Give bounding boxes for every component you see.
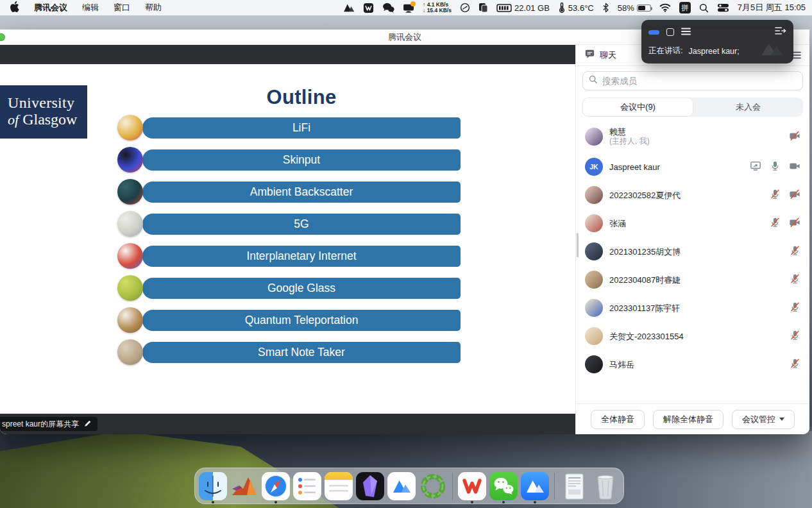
tencent-meeting-status-icon[interactable] xyxy=(343,3,355,12)
mic-off-icon[interactable] xyxy=(790,330,800,343)
memory-usage[interactable]: 22.01 GB xyxy=(496,3,550,13)
camera-off-icon[interactable] xyxy=(789,217,800,230)
member-row[interactable]: 2023301137陈宇轩 xyxy=(576,294,809,322)
spotlight-icon[interactable] xyxy=(699,3,709,13)
dock-item-notes[interactable] xyxy=(325,472,353,500)
member-name: 2022302582夏伊代 xyxy=(609,190,681,200)
member-name: 赖慧 xyxy=(609,127,650,137)
mic-off-icon[interactable] xyxy=(770,217,781,230)
menu-help[interactable]: 帮助 xyxy=(145,2,162,13)
skinput-thumbnail xyxy=(117,147,143,173)
running-indicator-dot xyxy=(275,501,277,504)
member-row[interactable]: 关贺文-2023301554 xyxy=(576,322,809,350)
mic-off-icon[interactable] xyxy=(790,245,800,258)
dock-item-safari[interactable] xyxy=(262,472,290,500)
input-method-badge[interactable]: 拼 xyxy=(679,2,691,13)
running-indicator-dot xyxy=(502,501,505,504)
traffic-light-green[interactable] xyxy=(0,33,5,41)
meeting-logo-watermark xyxy=(760,41,784,59)
member-row[interactable]: 马炜岳 xyxy=(576,350,809,378)
slide-outline-item: LiFi xyxy=(142,117,461,139)
dock-item-green-ring[interactable] xyxy=(419,472,447,500)
camera-on-icon[interactable] xyxy=(789,160,800,174)
avatar: JK xyxy=(585,158,603,176)
dock-item-matlab[interactable] xyxy=(230,472,258,500)
university-of-glasgow-logo: University of Glasgow xyxy=(0,85,87,139)
speaking-label: 正在讲话: xyxy=(648,46,682,56)
camera-off-icon[interactable] xyxy=(789,189,800,202)
meeting-control-button[interactable]: 会议管控 xyxy=(732,410,795,429)
mic-off-icon[interactable] xyxy=(790,273,800,287)
tab-in-meeting[interactable]: 会议中(9) xyxy=(582,97,693,117)
avatar xyxy=(585,186,603,204)
dock-item-wechat[interactable] xyxy=(489,472,518,500)
dock-item-documents[interactable] xyxy=(560,472,588,500)
unmute-all-button[interactable]: 解除全体静音 xyxy=(653,410,723,429)
member-name: 2021301235胡文博 xyxy=(609,247,681,257)
clipboard-status-icon[interactable] xyxy=(478,3,488,13)
avatar xyxy=(585,214,603,232)
slide-outline-label: 5G xyxy=(294,217,309,231)
tab-not-joined[interactable]: 未入会 xyxy=(693,97,803,117)
button-label: 会议管控 xyxy=(742,414,775,425)
menu-bar-status: ↑ 4.1 KB/s ↓ 15.4 KB/s 22.01 GB 53.6°C 5… xyxy=(343,2,812,14)
dock-item-tencent-meeting-light[interactable] xyxy=(387,472,416,500)
menu-bar-clock[interactable]: 7月5日 周五 15:05 xyxy=(738,2,806,13)
share-bottom-bar: spreet kaur的屏幕共享 xyxy=(0,414,575,434)
member-row[interactable]: 2021301235胡文博 xyxy=(576,237,809,266)
dock-item-voov-meeting[interactable] xyxy=(521,472,549,500)
edit-pencil-icon[interactable] xyxy=(84,419,92,429)
member-search[interactable] xyxy=(582,71,803,90)
screen-share-icon[interactable] xyxy=(750,160,761,174)
dock xyxy=(194,468,624,504)
smart-note-taker-thumbnail xyxy=(117,339,143,365)
menu-edit[interactable]: 编辑 xyxy=(82,2,99,13)
dock-item-wps[interactable] xyxy=(458,472,486,500)
dock-item-reminders[interactable] xyxy=(293,472,321,500)
assistive-circle-status-icon[interactable] xyxy=(460,3,470,13)
member-search-input[interactable] xyxy=(602,76,797,86)
screen-share-badge-label: spreet kaur的屏幕共享 xyxy=(2,419,79,430)
temperature-status[interactable]: 53.6°C xyxy=(558,3,594,13)
network-speed-indicator[interactable]: ↑ 4.1 KB/s ↓ 15.4 KB/s xyxy=(423,2,452,14)
mic-off-icon[interactable] xyxy=(790,358,800,371)
caret-down-icon xyxy=(779,418,784,421)
control-center-icon[interactable] xyxy=(717,3,729,12)
bluetooth-icon[interactable] xyxy=(602,3,609,13)
mic-off-icon[interactable] xyxy=(790,301,800,315)
screen-share-badge: spreet kaur的屏幕共享 xyxy=(0,417,97,431)
ambient-backscatter-thumbnail xyxy=(117,179,143,205)
display-share-status-icon[interactable] xyxy=(403,3,414,13)
dock-item-trash[interactable] xyxy=(591,472,620,500)
mic-on-icon[interactable] xyxy=(770,160,781,174)
member-name: 马炜岳 xyxy=(609,360,634,369)
member-row[interactable]: 张涵 xyxy=(576,209,809,237)
apple-menu-icon[interactable] xyxy=(10,1,19,14)
member-row[interactable]: 2022304087时睿婕 xyxy=(576,266,809,294)
member-row[interactable]: JKJaspreet kaur xyxy=(576,153,809,181)
minimize-icon[interactable] xyxy=(648,30,659,35)
member-list-scrollbar[interactable] xyxy=(577,233,579,257)
member-tabs: 会议中(9)未入会 xyxy=(582,97,803,117)
avatar xyxy=(585,327,603,345)
menu-window[interactable]: 窗口 xyxy=(114,2,130,13)
slide-title: Outline xyxy=(142,86,461,109)
window-mode-icon[interactable] xyxy=(666,28,674,36)
collapse-right-icon[interactable] xyxy=(775,26,786,38)
menu-app-name[interactable]: 腾讯会议 xyxy=(34,2,67,13)
member-row[interactable]: 赖慧(主持人, 我) xyxy=(576,121,809,153)
panel-title: 聊天 xyxy=(600,49,616,61)
camera-off-icon[interactable] xyxy=(789,130,800,144)
battery-status[interactable]: 58% xyxy=(618,3,651,13)
dock-item-finder[interactable] xyxy=(199,472,227,500)
wechat-status-icon[interactable] xyxy=(382,3,394,13)
mic-off-icon[interactable] xyxy=(770,189,781,202)
list-view-icon[interactable] xyxy=(681,26,691,38)
mute-all-button[interactable]: 全体静音 xyxy=(591,410,645,429)
wps-status-icon[interactable] xyxy=(363,3,374,13)
window-title: 腾讯会议 xyxy=(388,31,421,43)
member-row[interactable]: 2022302582夏伊代 xyxy=(576,181,809,209)
wifi-icon[interactable] xyxy=(659,3,671,12)
slide-outline-label: Google Glass xyxy=(267,282,335,295)
dock-item-obsidian[interactable] xyxy=(356,472,384,500)
